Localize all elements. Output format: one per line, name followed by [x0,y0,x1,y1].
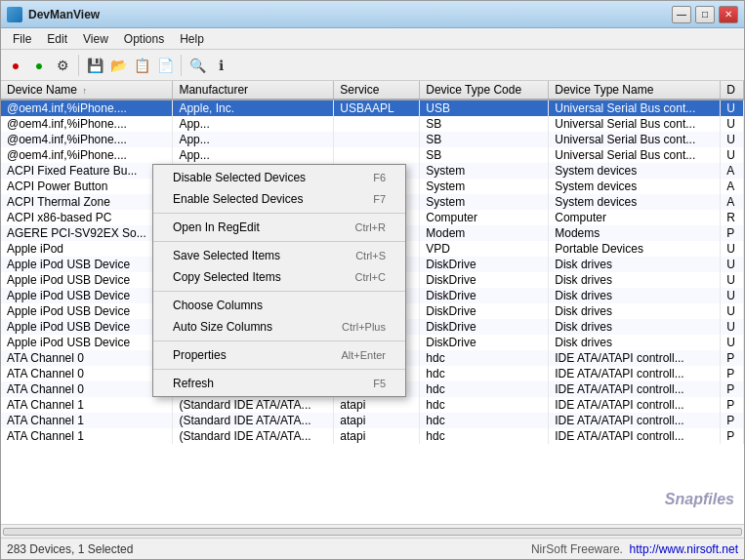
context-menu-item[interactable]: Copy Selected ItemsCtrl+C [153,266,405,288]
table-cell: IDE ATA/ATAPI controll... [549,366,721,381]
title-bar: DevManView — □ ✕ [1,1,744,28]
table-cell: DiskDrive [420,303,549,319]
context-menu-item[interactable]: RefreshF5 [153,373,405,394]
col-service[interactable]: Service [334,81,420,100]
table-cell: Apple iPod USB Device [1,257,173,272]
context-menu-item[interactable]: Disable Selected DevicesF6 [153,167,405,188]
menu-options[interactable]: Options [116,30,172,48]
table-cell: Computer [420,210,549,225]
toolbar-btn-green[interactable]: ● [28,55,50,76]
close-button[interactable]: ✕ [719,6,738,23]
toolbar-btn-save[interactable]: 💾 [84,55,105,76]
context-menu-item[interactable]: Choose Columns [153,295,405,316]
col-d[interactable]: D [721,81,744,100]
status-bar: 283 Devices, 1 Selected NirSoft Freeware… [1,538,744,559]
toolbar-btn-open[interactable]: 📂 [107,55,129,76]
table-cell: Modem [420,225,549,241]
context-menu-shortcut: F7 [373,193,386,205]
toolbar-btn-red[interactable]: ● [5,55,26,76]
table-cell: U [721,288,744,303]
menu-edit[interactable]: Edit [39,30,75,48]
context-menu-item[interactable]: Auto Size ColumnsCtrl+Plus [153,316,405,338]
table-cell: System [420,179,549,194]
context-menu-shortcut: F5 [373,378,386,389]
table-cell: Portable Devices [549,241,721,257]
table-cell: U [721,335,744,350]
table-cell: IDE ATA/ATAPI controll... [549,413,721,428]
table-cell: ACPI Fixed Feature Bu... [1,163,173,179]
table-cell: Apple, Inc. [173,100,334,116]
table-cell: Apple iPod USB Device [1,335,173,350]
table-row[interactable]: @oem4.inf,%iPhone....App...SBUniversal S… [1,116,744,132]
table-cell: hdc [420,397,549,413]
context-menu-shortcut: Ctrl+Plus [342,321,386,333]
table-cell: atapi [334,428,420,444]
toolbar-btn-settings[interactable]: ⚙ [52,55,73,76]
table-cell: Disk drives [549,303,721,319]
table-cell: U [721,100,744,116]
table-cell: P [721,381,744,397]
toolbar-btn-search[interactable]: 🔍 [186,55,208,76]
nirsoft-link[interactable]: http://www.nirsoft.net [630,542,738,556]
col-type-name[interactable]: Device Type Name [549,81,721,100]
table-cell: App... [173,147,334,163]
table-cell: atapi [334,397,420,413]
table-cell: U [721,257,744,272]
toolbar-btn-info[interactable]: ℹ [210,55,231,76]
table-cell: SB [420,147,549,163]
maximize-button[interactable]: □ [695,6,715,23]
context-menu-separator [153,213,405,214]
table-cell: P [721,366,744,381]
table-cell: (Standard IDE ATA/ATA... [173,397,334,413]
table-cell: ACPI x86-based PC [1,210,173,225]
table-cell: System [420,194,549,210]
table-cell: App... [173,116,334,132]
context-menu-item[interactable]: Enable Selected DevicesF7 [153,188,405,210]
table-cell: A [721,179,744,194]
table-cell: U [721,303,744,319]
context-menu-shortcut: Ctrl+S [355,250,386,261]
toolbar-btn-copy1[interactable]: 📋 [131,55,152,76]
col-device-name[interactable]: Device Name ↑ [1,81,173,100]
table-row[interactable]: @oem4.inf,%iPhone....App...SBUniversal S… [1,147,744,163]
context-menu-item-label: Refresh [173,377,214,390]
scroll-track[interactable] [3,528,742,536]
horizontal-scrollbar[interactable] [1,524,744,538]
context-menu-item-label: Auto Size Columns [173,320,272,334]
toolbar-sep-2 [181,55,182,76]
table-cell: VPD [420,241,549,257]
table-cell: App... [173,132,334,147]
minimize-button[interactable]: — [672,6,691,23]
col-manufacturer[interactable]: Manufacturer [173,81,334,100]
context-menu-item[interactable]: Open In RegEditCtrl+R [153,217,405,238]
menu-help[interactable]: Help [172,30,212,48]
table-row[interactable]: @oem4.inf,%iPhone....App...SBUniversal S… [1,132,744,147]
table-row[interactable]: ATA Channel 1(Standard IDE ATA/ATA...ata… [1,397,744,413]
table-cell: ATA Channel 1 [1,428,173,444]
table-cell: System devices [549,163,721,179]
context-menu-item-label: Open In RegEdit [173,220,260,234]
context-menu-item-label: Choose Columns [173,299,263,312]
context-menu-item[interactable]: Save Selected ItemsCtrl+S [153,245,405,266]
col-type-code[interactable]: Device Type Code [420,81,549,100]
table-cell: Apple iPod USB Device [1,319,173,335]
menu-file[interactable]: File [5,30,39,48]
context-menu-shortcut: Ctrl+C [355,271,386,283]
context-menu-shortcut: Alt+Enter [341,349,386,361]
context-menu-item[interactable]: PropertiesAlt+Enter [153,344,405,366]
table-cell: (Standard IDE ATA/ATA... [173,428,334,444]
table-row[interactable]: ATA Channel 1(Standard IDE ATA/ATA...ata… [1,413,744,428]
table-cell: DiskDrive [420,319,549,335]
table-row[interactable]: ATA Channel 1(Standard IDE ATA/ATA...ata… [1,428,744,444]
menu-view[interactable]: View [75,30,116,48]
table-cell: Disk drives [549,288,721,303]
toolbar-btn-copy2[interactable]: 📄 [154,55,176,76]
table-cell: DiskDrive [420,257,549,272]
table-cell: System [420,163,549,179]
table-cell: hdc [420,366,549,381]
table-cell: R [721,210,744,225]
table-cell: System devices [549,179,721,194]
menu-bar: File Edit View Options Help [1,28,744,50]
table-row[interactable]: @oem4.inf,%iPhone....Apple, Inc.USBAAPLU… [1,100,744,116]
table-cell: Apple iPod USB Device [1,288,173,303]
